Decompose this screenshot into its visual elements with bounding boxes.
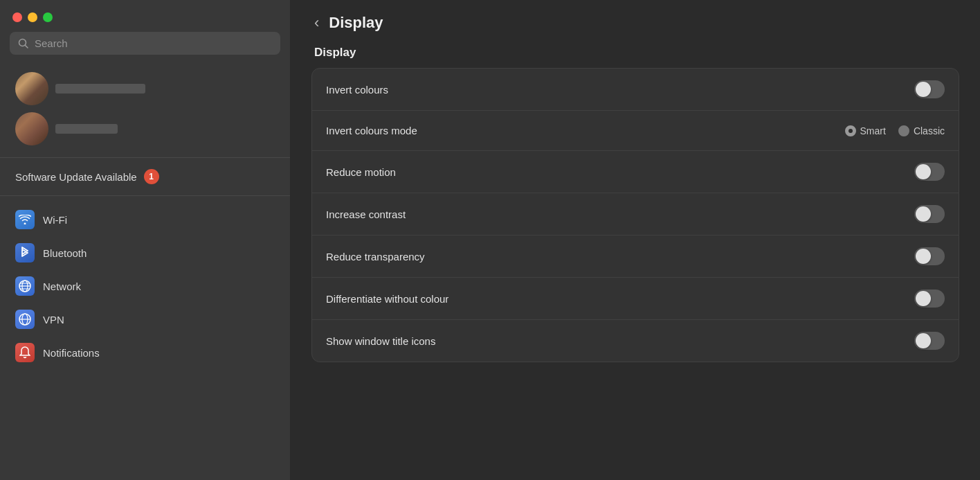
invert-colours-control [914,80,945,98]
radio-smart[interactable]: Smart [845,125,886,136]
svg-line-1 [26,45,28,48]
radio-smart-label: Smart [860,125,886,136]
differentiate-toggle[interactable] [914,290,945,308]
increase-contrast-toggle-thumb [916,206,931,222]
close-button[interactable] [12,12,22,22]
page-header: ‹ Display [311,14,959,32]
user-name-2 [55,124,118,134]
settings-row-invert-colours-mode: Invert colours mode Smart Classic [312,111,959,151]
invert-colours-toggle-thumb [916,82,931,97]
differentiate-toggle-thumb [916,291,931,306]
divider-2 [0,195,290,196]
divider-1 [0,157,290,158]
invert-colours-mode-label: Invert colours mode [326,125,417,136]
search-input[interactable] [35,37,272,49]
reduce-motion-toggle[interactable] [914,163,945,181]
bluetooth-icon [15,243,35,263]
wifi-icon [15,210,35,229]
avatar-2 [15,112,48,145]
display-settings-panel: Invert colours Invert colours mode Smart [311,68,959,362]
reduce-motion-control [914,163,945,181]
section-title: Display [311,46,959,60]
sidebar-label-bluetooth: Bluetooth [43,247,87,259]
invert-colours-mode-control: Smart Classic [845,125,945,136]
reduce-transparency-toggle[interactable] [914,247,945,265]
settings-row-invert-colours: Invert colours [312,69,959,111]
avatar-1 [15,72,48,105]
search-bar[interactable] [10,32,280,55]
vpn-icon [15,310,35,329]
update-badge: 1 [144,169,159,184]
settings-row-reduce-motion: Reduce motion [312,151,959,193]
traffic-lights [0,0,290,32]
increase-contrast-toggle[interactable] [914,205,945,223]
search-icon [18,38,29,49]
user-list [0,64,290,153]
window-title-icons-toggle[interactable] [914,332,945,350]
settings-row-differentiate: Differentiate without colour [312,278,959,320]
reduce-motion-toggle-thumb [916,164,931,179]
increase-contrast-control [914,205,945,223]
user-item-1[interactable] [10,69,280,109]
settings-row-increase-contrast: Increase contrast [312,193,959,235]
sidebar-item-bluetooth[interactable]: Bluetooth [0,236,290,269]
settings-row-window-title-icons: Show window title icons [312,320,959,362]
reduce-transparency-toggle-thumb [916,249,931,264]
reduce-motion-label: Reduce motion [326,166,396,178]
invert-colours-toggle[interactable] [914,80,945,98]
differentiate-control [914,290,945,308]
user-name-1 [55,84,145,94]
sidebar-item-notifications[interactable]: Notifications [0,336,290,369]
sidebar-nav: Wi-Fi Bluetooth Network [0,200,290,480]
sidebar-label-vpn: VPN [43,314,64,326]
back-button[interactable]: ‹ [311,15,322,30]
sidebar-item-network[interactable]: Network [0,269,290,303]
sidebar-item-vpn[interactable]: VPN [0,303,290,336]
differentiate-label: Differentiate without colour [326,293,448,305]
radio-classic[interactable]: Classic [898,125,945,136]
radio-smart-circle [845,125,856,136]
reduce-transparency-label: Reduce transparency [326,251,425,263]
sidebar-label-network: Network [43,281,81,292]
reduce-transparency-control [914,247,945,265]
invert-colours-label: Invert colours [326,84,388,96]
invert-colours-mode-radio-group: Smart Classic [845,125,945,136]
notifications-icon [15,343,35,362]
sidebar-label-wifi: Wi-Fi [43,214,67,226]
sidebar-item-wifi[interactable]: Wi-Fi [0,203,290,236]
sidebar-label-notifications: Notifications [43,347,100,359]
user-item-2[interactable] [10,109,280,149]
window-title-icons-control [914,332,945,350]
sidebar: Software Update Available 1 Wi-Fi B [0,0,291,480]
page-title: Display [329,14,383,32]
radio-classic-circle [898,125,909,136]
software-update-label: Software Update Available [15,171,137,183]
software-update-item[interactable]: Software Update Available 1 [0,162,290,191]
window-title-icons-label: Show window title icons [326,335,435,347]
settings-row-reduce-transparency: Reduce transparency [312,235,959,278]
network-icon [15,276,35,296]
radio-classic-label: Classic [914,125,945,136]
window-title-icons-toggle-thumb [916,333,931,348]
increase-contrast-label: Increase contrast [326,208,406,220]
main-content: ‹ Display Display Invert colours Invert … [291,0,980,480]
maximize-button[interactable] [43,12,53,22]
minimize-button[interactable] [28,12,37,22]
